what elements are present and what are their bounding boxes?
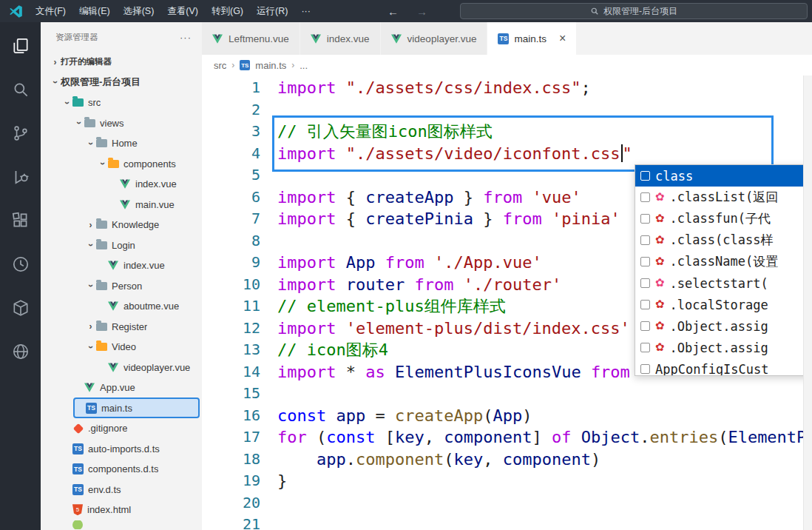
suggest-item[interactable]: ✿.Object.assig bbox=[635, 337, 812, 358]
tree-item-components[interactable]: ›components bbox=[41, 154, 202, 175]
suggest-item-label: .selectstart( bbox=[670, 276, 768, 291]
tree-item-Login[interactable]: ›Login bbox=[41, 235, 202, 256]
tree-item-App.vue[interactable]: App.vue bbox=[41, 378, 202, 398]
close-icon[interactable]: × bbox=[559, 33, 566, 44]
suggest-item[interactable]: ✿.classList(返回 bbox=[635, 187, 812, 208]
tab-videoplayer.vue[interactable]: videoplayer.vue bbox=[381, 22, 488, 55]
forward-arrow-icon[interactable]: → bbox=[416, 5, 427, 18]
tree-item-label: Register bbox=[112, 321, 147, 332]
tree-item-Knowledge[interactable]: ›Knowledge bbox=[41, 215, 202, 235]
tree-item-权限管理-后台项目[interactable]: ›权限管理-后台项目 bbox=[41, 73, 202, 93]
suggest-item[interactable]: ✿.classfun(子代 bbox=[635, 208, 812, 229]
tree-item-label: auto-imports.d.ts bbox=[88, 443, 160, 454]
tree-item-env.d.ts[interactable]: TSenv.d.ts bbox=[41, 480, 202, 500]
tree-item-videoplayer.vue[interactable]: videoplayer.vue bbox=[41, 358, 202, 378]
back-arrow-icon[interactable]: ← bbox=[388, 5, 399, 18]
line-number: 2 bbox=[202, 99, 260, 121]
tree-item-Home[interactable]: ›Home bbox=[41, 133, 202, 154]
code-line[interactable]: 3// 引入矢量图icon图标样式 bbox=[202, 121, 812, 143]
tree-item-index.vue[interactable]: index.vue bbox=[41, 255, 202, 276]
line-number: 18 bbox=[202, 449, 260, 471]
snippet-kind-icon bbox=[640, 171, 650, 181]
code-line[interactable]: 21 bbox=[202, 514, 812, 530]
breadcrumb-item-file[interactable]: main.ts bbox=[255, 60, 286, 71]
tree-item[interactable] bbox=[41, 520, 202, 529]
package-icon[interactable] bbox=[0, 289, 41, 327]
code-line[interactable]: 20 bbox=[202, 492, 812, 514]
vue-icon bbox=[311, 33, 322, 44]
git-icon bbox=[72, 423, 84, 434]
tree-item-label: Person bbox=[112, 281, 142, 292]
menu-item[interactable]: 运行(R) bbox=[250, 0, 294, 22]
timeline-icon[interactable] bbox=[0, 245, 41, 284]
menu-item[interactable]: 转到(G) bbox=[205, 0, 250, 22]
globe-icon[interactable] bbox=[0, 332, 41, 371]
line-number: 16 bbox=[202, 405, 260, 427]
source-control-icon[interactable] bbox=[0, 114, 41, 152]
menu-item[interactable]: 选择(S) bbox=[117, 0, 161, 22]
chevron-down-icon: › bbox=[86, 138, 96, 149]
tree-item-Register[interactable]: ›Register bbox=[41, 317, 202, 338]
search-text: 权限管理-后台项目 bbox=[603, 5, 677, 18]
tree-item-index.vue[interactable]: index.vue bbox=[41, 174, 202, 195]
search-icon[interactable] bbox=[0, 70, 41, 109]
suggest-item[interactable]: ✿.selectstart( bbox=[635, 272, 812, 294]
suggest-item[interactable]: class bbox=[635, 165, 812, 187]
tree-item-main.vue[interactable]: main.vue bbox=[41, 195, 202, 215]
flower-icon: ✿ bbox=[655, 235, 665, 246]
tab-index.vue[interactable]: index.vue bbox=[300, 22, 381, 55]
tree-item-Person[interactable]: ›Person bbox=[41, 276, 202, 297]
menu-item[interactable]: 编辑(E) bbox=[72, 0, 117, 22]
menu-item[interactable]: 查看(V) bbox=[160, 0, 205, 22]
code-line[interactable]: 17for (const [key, component] of Object.… bbox=[202, 426, 812, 449]
code-line[interactable]: 2 bbox=[202, 99, 812, 121]
tree-item-main.ts[interactable]: TSmain.ts bbox=[41, 398, 202, 419]
menu-bar: 文件(F)编辑(E)选择(S)查看(V)转到(G)运行(R)··· bbox=[29, 0, 317, 22]
code-line[interactable]: 15 bbox=[202, 383, 812, 405]
tree-item-aboutme.vue[interactable]: aboutme.vue bbox=[41, 296, 202, 317]
more-actions-button[interactable]: ··· bbox=[180, 32, 192, 43]
tree-item-views[interactable]: ›views bbox=[41, 113, 202, 134]
folder-icon bbox=[96, 139, 107, 147]
tree-item-auto-imports.d.ts[interactable]: TSauto-imports.d.ts bbox=[41, 439, 202, 460]
code-line[interactable]: 18 app.component(key, component) bbox=[202, 449, 812, 471]
tree-item-src[interactable]: ›src bbox=[41, 93, 202, 113]
suggest-item[interactable]: ✿.localStorage bbox=[635, 294, 812, 315]
code-line[interactable]: 19} bbox=[202, 470, 812, 492]
tree-item-label: Video bbox=[112, 341, 136, 352]
code-line[interactable]: 16const app = createApp(App) bbox=[202, 405, 812, 427]
tree-item-components.d.ts[interactable]: TScomponents.d.ts bbox=[41, 459, 202, 480]
open-editors-section[interactable]: › 打开的编辑器 bbox=[41, 52, 202, 73]
tree-item-label: views bbox=[100, 118, 124, 129]
flower-icon: ✿ bbox=[655, 192, 665, 203]
breadcrumb-item-src[interactable]: src bbox=[214, 60, 226, 71]
chevron-down-icon: › bbox=[86, 341, 96, 352]
intellisense-suggest-widget: class✿.classList(返回✿.classfun(子代✿.class(… bbox=[635, 164, 812, 376]
line-number: 1 bbox=[202, 77, 260, 99]
menu-item[interactable]: 文件(F) bbox=[29, 0, 72, 22]
editor-scrollbar[interactable] bbox=[803, 76, 812, 530]
suggest-item[interactable]: ✿.Object.assig bbox=[635, 315, 812, 337]
extensions-icon[interactable] bbox=[0, 201, 41, 240]
explorer-icon[interactable] bbox=[0, 27, 41, 65]
suggest-item[interactable]: ✿.class(class样 bbox=[635, 229, 812, 251]
suggest-item[interactable]: ✿.className(设置 bbox=[635, 251, 812, 272]
chevron-right-icon: › bbox=[85, 321, 96, 332]
run-debug-icon[interactable] bbox=[0, 158, 41, 196]
tree-item-index.html[interactable]: 5index.html bbox=[41, 500, 202, 520]
code-line[interactable]: 1import "./assets/css/index.css"; bbox=[202, 77, 812, 99]
tab-main.ts[interactable]: TSmain.ts× bbox=[487, 22, 577, 55]
code-line[interactable]: 4import "./assets/video/iconfont.css" bbox=[202, 143, 812, 165]
breadcrumb-item-symbol[interactable]: ... bbox=[300, 60, 308, 71]
tree-item-Video[interactable]: ›Video bbox=[41, 337, 202, 358]
tab-Leftmenu.vue[interactable]: Leftmenu.vue bbox=[202, 22, 300, 55]
tree-item-label: index.html bbox=[87, 504, 131, 515]
snippet-kind-icon bbox=[640, 214, 650, 224]
suggest-item-label: .classfun(子代 bbox=[670, 210, 771, 227]
suggest-item[interactable]: AppConfigIsCust bbox=[635, 358, 812, 376]
command-center-search[interactable]: 权限管理-后台项目 bbox=[460, 3, 808, 19]
tree-item-.gitignore[interactable]: .gitignore bbox=[41, 418, 202, 439]
menu-item[interactable]: ··· bbox=[294, 0, 317, 22]
tree-item-label: components.d.ts bbox=[88, 463, 158, 474]
snippet-kind-icon bbox=[640, 192, 650, 202]
